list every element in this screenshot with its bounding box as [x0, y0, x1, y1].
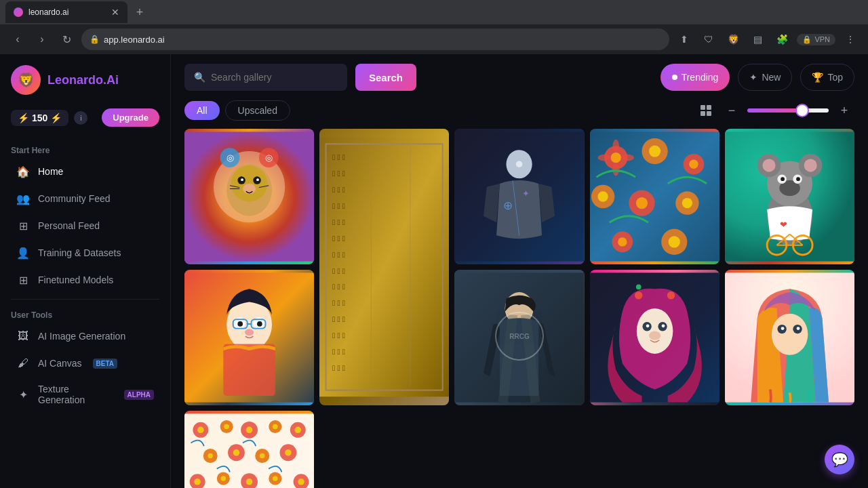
sidebar-item-training[interactable]: 👤 Training & Datasets	[5, 239, 165, 266]
item-anime-action-2[interactable]: ⊘	[265, 275, 285, 296]
menu-btn[interactable]: ⋮	[841, 30, 860, 49]
credits-info-btn[interactable]: i	[74, 111, 87, 125]
app-container: 🦁 Leonardo.Ai ⚡ 150 ⚡ i Upgrade Start He…	[0, 54, 868, 488]
sidebar-item-ai-image[interactable]: 🖼 AI Image Generation	[5, 323, 165, 350]
item-expand-btn[interactable]: ⤢	[288, 134, 309, 155]
item-floral-expand[interactable]: ⤢	[288, 416, 309, 436]
svg-rect-2	[701, 111, 705, 116]
sidebar-item-texture[interactable]: ✦ Texture Generation ALPHA	[5, 377, 165, 412]
sidebar-item-community-feed[interactable]: 👥 Community Feed	[5, 185, 165, 212]
svg-rect-3	[707, 111, 711, 116]
item-action-btn-1[interactable]: ⊞	[242, 134, 262, 155]
sidebar-toggle-btn[interactable]: ▤	[748, 30, 767, 49]
sidebar-item-personal-feed[interactable]: ⊞ Personal Feed	[5, 212, 165, 239]
item-anime-action-1[interactable]: ⊞	[242, 275, 262, 296]
item-dw-expand[interactable]: ⤢	[559, 275, 579, 296]
grid-controls: − +	[696, 100, 854, 121]
item-floral-action-2[interactable]: ⊘	[265, 416, 285, 436]
texture-badge: ALPHA	[124, 390, 154, 400]
item-ch-action-1[interactable]: ⊞	[783, 275, 803, 296]
item-action-btn-2[interactable]: ⊘	[265, 134, 285, 155]
item-flowers-action-1[interactable]: ⊞	[648, 134, 668, 155]
new-tab-btn[interactable]: +	[130, 3, 149, 22]
sidebar-item-personal-feed-label: Personal Feed	[38, 220, 100, 231]
item-warrior-action-2[interactable]: ⊘	[536, 134, 556, 155]
gallery-item-colorful-hair[interactable]: ⊞ ⊘ ⤢	[725, 270, 854, 405]
gallery-item-floral-pattern[interactable]: ⊞ ⊘ ⤢	[184, 411, 314, 488]
gallery-item-hieroglyph[interactable]: 𓂀 𓃒 𓁛 𓆣 𓅓 𓂧 𓏏 𓄿 𓈖 𓇯 𓅱 𓋴 𓎡 𓍿 𓂋 𓀁 𓁐 𓃙 𓆑 𓅧 …	[319, 129, 449, 405]
zoom-out-btn[interactable]: −	[722, 100, 742, 121]
search-button[interactable]: Search	[355, 64, 416, 91]
gallery-item-koala[interactable]: ❤ ⊞ ⊘ ⤢	[725, 129, 854, 264]
address-bar[interactable]: 🔒 app.leonardo.ai	[81, 28, 669, 50]
browser-chrome: leonardo.ai ✕ + ‹ › ↻ 🔒 app.leonardo.ai …	[0, 0, 868, 54]
item-anime-expand[interactable]: ⤢	[288, 275, 309, 296]
gallery-item-warrior[interactable]: ⊕ ✦ ⊞ ⊘ ⤢	[454, 129, 584, 264]
extensions-btn[interactable]: 🧩	[772, 30, 791, 49]
item-ph-action-1[interactable]: ⊞	[648, 275, 668, 296]
trending-label: Trending	[682, 72, 719, 83]
item-ph-expand[interactable]: ⤢	[694, 275, 714, 296]
url-text: app.leonardo.ai	[104, 35, 165, 45]
svg-rect-0	[701, 105, 705, 110]
gallery-item-pink-hair[interactable]: ⊞ ⊘ ⤢	[590, 270, 719, 405]
forward-btn[interactable]: ›	[33, 30, 52, 49]
item-koala-expand[interactable]: ⤢	[829, 134, 849, 155]
vpn-badge[interactable]: 🔒 VPN	[797, 34, 835, 45]
grid-view-btn[interactable]	[696, 100, 716, 121]
refresh-btn[interactable]: ↻	[57, 30, 76, 49]
tab-bar: leonardo.ai ✕ +	[0, 0, 868, 24]
gallery-item-lion[interactable]: ◎ ◎ ⊞ ⊘ ⤢	[184, 129, 314, 264]
item-warrior-expand[interactable]: ⤢	[559, 134, 579, 155]
top-icon: 🏆	[812, 72, 823, 83]
size-slider[interactable]	[747, 108, 829, 113]
logo-avatar: 🦁	[11, 65, 41, 95]
brave-btn[interactable]: 🦁	[724, 30, 743, 49]
item-dw-action-1[interactable]: ⊘	[536, 275, 556, 296]
item-warrior-action-1[interactable]: ⊞	[513, 134, 533, 155]
item-koala-action-1[interactable]: ⊞	[783, 134, 803, 155]
share-btn[interactable]: ⬆	[675, 30, 694, 49]
start-here-label: Start Here	[0, 140, 170, 158]
search-bar-container: 🔍	[184, 64, 347, 91]
search-input[interactable]	[211, 72, 338, 83]
community-icon: 👥	[16, 192, 30, 205]
ai-canvas-icon: 🖌	[16, 357, 30, 370]
sidebar-item-texture-label: Texture Generation	[38, 384, 113, 405]
upgrade-button[interactable]: Upgrade	[102, 108, 159, 127]
sidebar-item-finetuned[interactable]: ⊞ Finetuned Models	[5, 266, 165, 293]
item-flowers-action-2[interactable]: ⊘	[671, 134, 691, 155]
back-btn[interactable]: ‹	[8, 30, 27, 49]
sidebar-item-finetuned-label: Finetuned Models	[38, 274, 113, 285]
all-tab[interactable]: All	[184, 101, 220, 120]
item-floral-action-1[interactable]: ⊞	[242, 416, 262, 436]
item-ph-action-2[interactable]: ⊘	[671, 275, 691, 296]
active-tab[interactable]: leonardo.ai ✕	[5, 1, 127, 23]
shield-btn[interactable]: 🛡	[699, 30, 718, 49]
credits-value: 150	[32, 113, 47, 123]
gallery-item-flowers[interactable]: ⊞ ⊘ ⤢	[590, 129, 719, 264]
sidebar-item-home[interactable]: 🏠 Home	[5, 158, 165, 185]
vpn-label: VPN	[814, 35, 830, 43]
finetuned-icon: ⊞	[16, 273, 30, 287]
sidebar-divider	[11, 299, 159, 300]
item-hiero-action-2[interactable]: ⤢	[423, 134, 443, 155]
new-filter-btn[interactable]: ✦ New	[738, 64, 792, 91]
item-ch-expand[interactable]: ⤢	[829, 275, 849, 296]
sidebar: 🦁 Leonardo.Ai ⚡ 150 ⚡ i Upgrade Start He…	[0, 54, 171, 488]
top-label: Top	[827, 72, 843, 83]
top-filter-btn[interactable]: 🏆 Top	[800, 64, 854, 91]
trending-filter-btn[interactable]: Trending	[660, 64, 730, 91]
zoom-in-btn[interactable]: +	[834, 100, 854, 121]
gallery-item-anime-girl[interactable]: ⊞ ⊘ ⤢	[184, 270, 314, 405]
item-koala-action-2[interactable]: ⊘	[806, 134, 826, 155]
upscaled-tab[interactable]: Upscaled	[225, 100, 290, 121]
gallery-item-dark-warrior[interactable]: RRCG ⊘ ⤢	[454, 270, 584, 405]
search-icon: 🔍	[194, 72, 205, 83]
tab-close-btn[interactable]: ✕	[111, 7, 119, 18]
chat-fab-button[interactable]: 💬	[825, 445, 854, 474]
item-flowers-expand[interactable]: ⤢	[694, 134, 714, 155]
item-ch-action-2[interactable]: ⊘	[806, 275, 826, 296]
item-hiero-action-1[interactable]: ⊞	[400, 134, 420, 155]
sidebar-item-ai-canvas[interactable]: 🖌 AI Canvas BETA	[5, 350, 165, 377]
